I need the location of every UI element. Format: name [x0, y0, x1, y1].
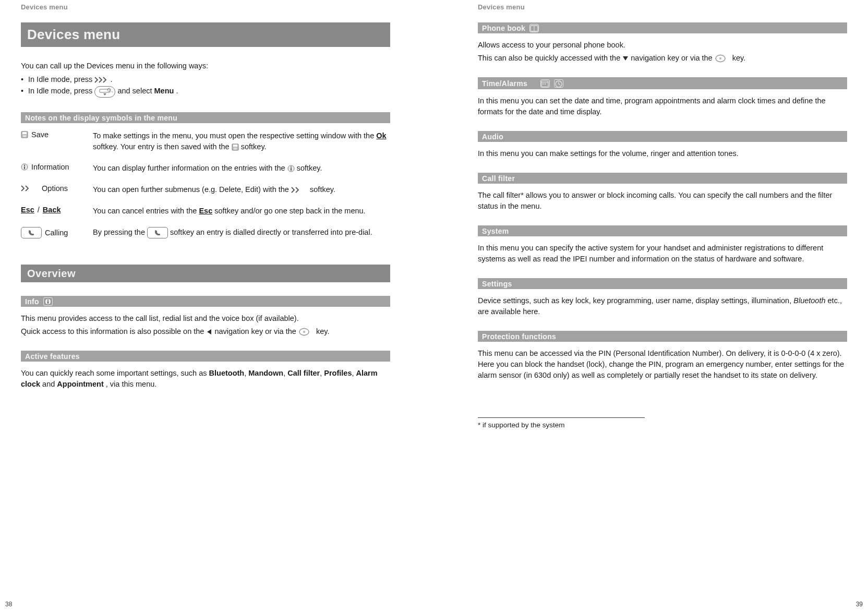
time-alarms-title: Time/Alarms — [482, 79, 527, 88]
settings-bar: Settings — [478, 278, 847, 289]
row-info-text: You can display further information on t… — [93, 163, 390, 174]
row-calling: Calling By pressing the softkey an entry… — [21, 227, 390, 238]
row-save: Save To make settings in the menu, you m… — [21, 130, 390, 152]
notes-header-bar: Notes on the display symbols in the menu — [21, 112, 390, 123]
phone-book-line2: This can also be quickly accessed with t… — [478, 53, 847, 64]
running-head-left: Devices menu — [21, 3, 390, 11]
info-line2: Quick access to this information is also… — [21, 326, 390, 337]
phone-book-title: Phone book — [482, 24, 525, 32]
overview-header-bar: Overview — [21, 265, 390, 282]
protection-title: Protection functions — [482, 332, 556, 341]
page-number-left: 38 — [5, 601, 12, 608]
call-softkey-icon-inline — [147, 227, 168, 238]
phone-book-line1: Allows access to your personal phone boo… — [478, 40, 847, 51]
phone-book-bar: Phone book — [478, 22, 847, 33]
settings-title: Settings — [482, 280, 512, 288]
call-filter-bar: Call filter — [478, 173, 847, 184]
time-alarms-bar: Time/Alarms — [478, 77, 847, 89]
page-38: Devices menu Devices menu You can call u… — [0, 0, 434, 611]
page-39: Devices menu Phone book Allows access to… — [434, 0, 868, 611]
footnote-rule — [478, 417, 645, 418]
info-section-title: Info — [25, 297, 39, 306]
row-calling-label: Calling — [45, 229, 68, 237]
info-icon-inline — [287, 165, 295, 172]
bullet-2: In Idle mode, press and select Menu . — [21, 85, 390, 97]
save-disk-icon-inline — [232, 143, 239, 151]
call-filter-text: The call filter* allows you to answer or… — [478, 190, 847, 212]
info-icon — [21, 163, 28, 171]
overview-header: Overview — [27, 268, 76, 279]
intro-text: You can call up the Devices menu in the … — [21, 61, 390, 71]
row-info-label: Information — [31, 163, 69, 171]
info-line1: This menu provides access to the call li… — [21, 313, 390, 324]
clock-icon — [554, 79, 563, 88]
settings-text: Device settings, such as key lock, key p… — [478, 295, 847, 317]
system-bar: System — [478, 225, 847, 236]
row-save-text: To make settings in the menu, you must o… — [93, 130, 390, 152]
footnote: * if supported by the system — [478, 421, 847, 429]
active-features-title: Active features — [25, 352, 80, 361]
calendar-icon — [540, 79, 550, 88]
info-bar-icon — [43, 297, 53, 306]
row-calling-text: By pressing the softkey an entry is dial… — [93, 227, 390, 238]
triple-chevron-icon — [94, 76, 108, 83]
row-options-label: Options — [42, 184, 68, 193]
call-filter-title: Call filter — [482, 174, 515, 183]
system-title: System — [482, 227, 509, 235]
row-options-text: You can open further submenus (e.g. Dele… — [93, 184, 390, 195]
info-section-bar: Info — [21, 296, 390, 307]
phone-book-icon — [529, 24, 539, 32]
nav-key-icon-right — [715, 54, 726, 63]
triangle-left-icon — [206, 329, 212, 335]
row-options: Options You can open further submenus (e… — [21, 184, 390, 195]
options-chevron-icon-inline — [291, 186, 302, 194]
audio-title: Audio — [482, 133, 503, 141]
page-title: Devices menu — [27, 27, 120, 42]
intro-bullets: In Idle mode, press . In Idle mode, pres… — [21, 74, 390, 98]
page-number-right: 39 — [856, 601, 863, 608]
call-softkey-icon — [21, 227, 42, 238]
audio-text: In this menu you can make settings for t… — [478, 148, 847, 159]
save-disk-icon — [21, 131, 28, 138]
protection-bar: Protection functions — [478, 331, 847, 342]
triangle-down-icon — [622, 55, 629, 62]
active-features-text: You can quickly reach some important set… — [21, 368, 390, 390]
bullet-1: In Idle mode, press . — [21, 74, 390, 85]
audio-bar: Audio — [478, 131, 847, 142]
running-head-right: Devices menu — [478, 3, 847, 11]
notes-header: Notes on the display symbols in the menu — [25, 114, 177, 122]
system-text: In this menu you can specify the active … — [478, 243, 847, 265]
active-features-bar: Active features — [21, 351, 390, 362]
options-chevron-icon — [21, 185, 31, 192]
time-alarms-text: In this menu you can set the date and ti… — [478, 95, 847, 117]
row-save-label: Save — [31, 130, 49, 139]
page-title-bar: Devices menu — [21, 22, 390, 47]
row-esc-back: Esc / Back You can cancel entries with t… — [21, 206, 390, 217]
menu-key-icon — [94, 86, 115, 98]
nav-key-icon — [298, 328, 310, 336]
row-esc-text: You can cancel entries with the Esc soft… — [93, 206, 390, 217]
row-information: Information You can display further info… — [21, 163, 390, 174]
protection-text: This menu can be accessed via the PIN (P… — [478, 348, 847, 381]
